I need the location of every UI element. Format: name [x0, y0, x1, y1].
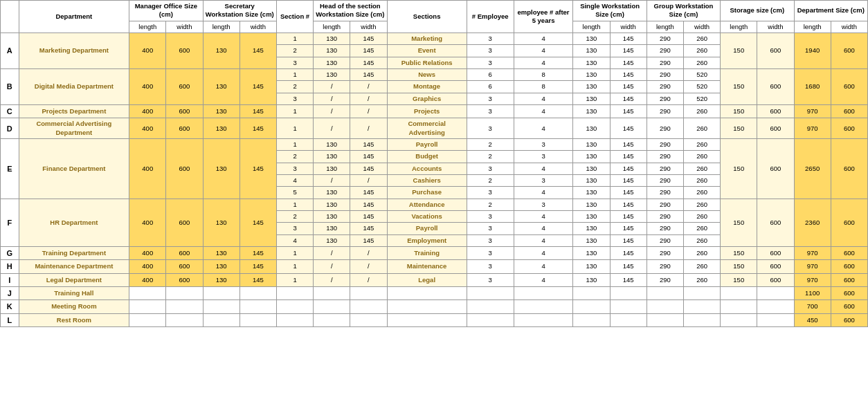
empty-cell: [239, 300, 276, 313]
empty-cell: [314, 287, 350, 300]
gw-width: 260: [683, 234, 720, 246]
employee-after5: 4: [514, 57, 573, 68]
sw-width: 145: [610, 223, 647, 234]
empty-cell: [514, 287, 573, 300]
num-employee: 2: [467, 151, 514, 163]
gw-width: 260: [683, 187, 720, 199]
empty-cell: [239, 313, 276, 326]
row-label: G: [1, 247, 19, 260]
table-row: ILegal Department4006001301451//Legal341…: [1, 273, 868, 286]
section-name: Public Relations: [387, 57, 467, 68]
dept-size-length: 970: [794, 118, 831, 139]
mgr-length: 400: [129, 33, 166, 69]
gw-width: 260: [683, 260, 720, 273]
sw-length: 130: [573, 118, 610, 139]
sw-width: 145: [610, 118, 647, 139]
hos-length: 130: [314, 211, 350, 223]
empty-cell: [721, 313, 757, 326]
hos-width: /: [350, 260, 387, 273]
section-number: 1: [276, 33, 313, 45]
gw-width: 260: [683, 247, 720, 260]
sec-length: 130: [203, 273, 239, 286]
gw-width: 260: [683, 33, 720, 45]
empty-cell: [350, 287, 387, 300]
sw-width: 145: [610, 260, 647, 273]
employee-after5: 4: [514, 234, 573, 246]
department-name: Meeting Room: [19, 300, 129, 313]
storage-width: 600: [757, 105, 794, 118]
hos-width: /: [350, 247, 387, 260]
mgr-width: 600: [166, 139, 203, 199]
employee-after5: 4: [514, 260, 573, 273]
gw-length: 290: [647, 223, 683, 234]
sw-width: 145: [610, 199, 647, 210]
sec-length: 130: [203, 199, 239, 246]
hos-length: /: [314, 105, 350, 118]
gw-length: 290: [647, 234, 683, 246]
empty-cell: [129, 313, 166, 326]
empty-cell: [721, 300, 757, 313]
hos-length: 130: [314, 69, 350, 81]
gw-width: 260: [683, 199, 720, 210]
num-employee: 3: [467, 93, 514, 104]
section-number: 1: [276, 273, 313, 286]
row-label: A: [1, 33, 19, 69]
hos-length: 130: [314, 199, 350, 210]
section-number: 1: [276, 199, 313, 210]
ds-length-subhdr: length: [794, 21, 831, 33]
department-name: HR Department: [19, 199, 129, 246]
table-row: DCommercial Advertising Department400600…: [1, 118, 868, 139]
single-workstation-header: Single Workstation Size (cm): [573, 1, 647, 21]
empty-cell: [757, 313, 794, 326]
empty-cell: [239, 287, 276, 300]
storage-length: 150: [721, 69, 757, 105]
sw-length: 130: [573, 45, 610, 57]
empty-cell: [387, 287, 467, 300]
employee-after5: 8: [514, 81, 573, 93]
gw-length: 290: [647, 211, 683, 223]
employee-after5: 3: [514, 151, 573, 163]
empty-cell: [129, 300, 166, 313]
sec-length: 130: [203, 139, 239, 199]
empty-cell: [683, 287, 720, 300]
section-name: Payroll: [387, 139, 467, 151]
gw-width: 260: [683, 273, 720, 286]
row-label: L: [1, 313, 19, 326]
mgr-length: 400: [129, 273, 166, 286]
hos-width: 145: [350, 187, 387, 199]
hos-width: 145: [350, 139, 387, 151]
ds-width-subhdr: width: [831, 21, 867, 33]
section-number: 2: [276, 151, 313, 163]
dept-size-length: 2650: [794, 139, 831, 199]
mgr-office-header: Manager Office Size (cm): [129, 1, 203, 21]
department-name: Rest Room: [19, 313, 129, 326]
row-label: D: [1, 118, 19, 139]
section-name: Training: [387, 247, 467, 260]
sw-width: 145: [610, 57, 647, 68]
sec-width-subhdr: width: [239, 21, 276, 33]
gw-width: 520: [683, 81, 720, 93]
employee-after5: 4: [514, 211, 573, 223]
department-name: Training Department: [19, 247, 129, 260]
sec-width: 145: [239, 273, 276, 286]
num-employee: 3: [467, 105, 514, 118]
storage-width: 600: [757, 273, 794, 286]
sw-length-subhdr: length: [573, 21, 610, 33]
hos-length: 130: [314, 151, 350, 163]
mgr-length: 400: [129, 118, 166, 139]
department-name: Marketing Department: [19, 33, 129, 69]
num-employee: 6: [467, 81, 514, 93]
section-name: Marketing: [387, 33, 467, 45]
empty-cell: [610, 287, 647, 300]
empty-cell: [757, 287, 794, 300]
sec-length-subhdr: length: [203, 21, 239, 33]
employee-after5: 4: [514, 93, 573, 104]
empty-cell: [350, 300, 387, 313]
sw-width-subhdr: width: [610, 21, 647, 33]
mgr-width: 600: [166, 33, 203, 69]
section-name: Montage: [387, 81, 467, 93]
storage-length: 150: [721, 199, 757, 246]
employee-after5: 4: [514, 105, 573, 118]
num-employee: 3: [467, 211, 514, 223]
dept-size-width: 600: [831, 260, 867, 273]
